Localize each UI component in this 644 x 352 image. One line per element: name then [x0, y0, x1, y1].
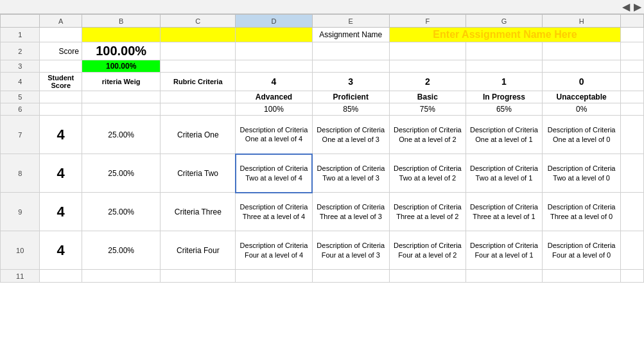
col-header-h[interactable]: H [542, 15, 620, 28]
r7-f: Description of Criteria One at a level o… [389, 116, 466, 154]
rownum-8: 8 [1, 154, 40, 193]
r10-g: Description of Criteria Four at a level … [466, 231, 542, 270]
r10-weight: 25.00% [82, 231, 160, 270]
spreadsheet-table: A B C D E F G H 1 Assignment Name [0, 14, 644, 283]
criteria-four-e: Description of Criteria Four at a level … [317, 242, 385, 258]
col-header-extra [621, 15, 644, 28]
nav-bar: ◀ ▶ [0, 0, 644, 14]
criteria-four-name: Criteria Four [177, 246, 220, 255]
r4-extra [621, 73, 644, 91]
criteria-one-f: Description of Criteria One at a level o… [394, 126, 462, 143]
r11-a [40, 270, 82, 283]
r6-pct-0: 0% [542, 103, 620, 116]
r8-d[interactable]: Description of Criteria Two at a level o… [236, 154, 312, 193]
r4-level-3: 3 [312, 73, 389, 91]
rownum-3: 3 [1, 60, 40, 73]
r11-extra [621, 270, 644, 283]
r5-b [82, 91, 160, 103]
r1-assignment-name-cell[interactable]: Enter Assignment Name Here [389, 28, 620, 42]
r8-h: Description of Criteria Two at a level o… [542, 154, 620, 193]
unacceptable-label: Unacceptable [557, 92, 607, 101]
score-value: 100.00% [96, 44, 146, 58]
r5-basic: Basic [389, 91, 466, 103]
advanced-label: Advanced [256, 92, 292, 101]
criteria-one-score: 4 [57, 127, 65, 143]
column-header-row: A B C D E F G H [1, 15, 644, 28]
rownum-9: 9 [1, 193, 40, 231]
r9-extra [621, 193, 644, 231]
r6-pct-100: 100% [236, 103, 312, 116]
pct-0: 0% [576, 105, 587, 114]
criteria-one-name: Criteria One [177, 130, 219, 139]
criteria-one-d: Description of Criteria One at a level o… [240, 126, 308, 143]
col-header-b[interactable]: B [82, 15, 160, 28]
r2-c [161, 42, 236, 60]
criteria-four-g: Description of Criteria Four at a level … [470, 242, 538, 258]
r7-g: Description of Criteria One at a level o… [466, 116, 542, 154]
r11-b [82, 270, 160, 283]
nav-left-icon[interactable]: ◀ [622, 1, 630, 13]
row-2: 2 Score 100.00% [1, 42, 644, 60]
r8-extra [621, 154, 644, 193]
criteria-three-f: Description of Criteria Three at a level… [394, 203, 462, 220]
criteria-four-d: Description of Criteria Four at a level … [240, 242, 308, 258]
r1-b [82, 28, 160, 42]
criteria-two-name: Criteria Two [177, 169, 218, 178]
r7-d: Description of Criteria One at a level o… [236, 116, 312, 154]
r9-d: Description of Criteria Three at a level… [236, 193, 312, 231]
criteria-one-g: Description of Criteria One at a level o… [470, 126, 538, 143]
r3-c [161, 60, 236, 73]
pct-65: 65% [496, 105, 512, 114]
r5-advanced: Advanced [236, 91, 312, 103]
r4-student-score: Student Score [40, 73, 82, 91]
row-6-pct: 6 100% 85% 75% 65% 0% [1, 103, 644, 116]
row-criteria-two: 8 4 25.00% Criteria Two Description of C… [1, 154, 644, 193]
r2-d [236, 42, 312, 60]
r1-c [161, 28, 236, 42]
r10-e: Description of Criteria Four at a level … [312, 231, 389, 270]
criteria-one-e: Description of Criteria One at a level o… [317, 126, 385, 143]
basic-label: Basic [417, 92, 438, 101]
r1-e: Assignment Name [312, 28, 389, 42]
criteria-four-score: 4 [57, 242, 65, 258]
r2-score-label: Score [40, 42, 82, 60]
rownum-4: 4 [1, 73, 40, 91]
corner-cell [1, 15, 40, 28]
rownum-6: 6 [1, 103, 40, 116]
r11-f [389, 270, 466, 283]
r4-rubric-criteria: Rubric Criteria [161, 73, 236, 91]
criteria-three-d: Description of Criteria Three at a level… [240, 203, 308, 220]
col-header-a[interactable]: A [40, 15, 82, 28]
col-header-c[interactable]: C [161, 15, 236, 28]
r2-h [542, 42, 620, 60]
criteria-two-h: Description of Criteria Two at a level o… [548, 164, 616, 181]
rownum-1: 1 [1, 28, 40, 42]
col-header-e[interactable]: E [312, 15, 389, 28]
r3-f [389, 60, 466, 73]
criteria-three-score: 4 [57, 204, 65, 220]
student-score-header: Student Score [48, 74, 74, 89]
r4-level-4: 4 [236, 73, 312, 91]
col-header-d[interactable]: D [236, 15, 312, 28]
nav-right-icon[interactable]: ▶ [634, 1, 641, 13]
r9-score: 4 [40, 193, 82, 231]
r10-h: Description of Criteria Four at a level … [542, 231, 620, 270]
r6-c [161, 103, 236, 116]
green-score-value: 100.00% [106, 62, 136, 71]
r7-score: 4 [40, 116, 82, 154]
r9-f: Description of Criteria Three at a level… [389, 193, 466, 231]
r2-f [389, 42, 466, 60]
r10-d: Description of Criteria Four at a level … [236, 231, 312, 270]
row-11: 11 [1, 270, 644, 283]
score-label: Score [59, 47, 79, 56]
criteria-two-f: Description of Criteria Two at a level o… [394, 164, 462, 181]
r8-score: 4 [40, 154, 82, 193]
rubric-criteria-header: Rubric Criteria [173, 78, 222, 85]
col-header-g[interactable]: G [466, 15, 542, 28]
r9-name: Criteria Three [161, 193, 236, 231]
r6-pct-75: 75% [389, 103, 466, 116]
criteria-two-score: 4 [57, 165, 65, 181]
level-0-header: 0 [579, 76, 584, 87]
r4-level-2: 2 [389, 73, 466, 91]
col-header-f[interactable]: F [389, 15, 466, 28]
